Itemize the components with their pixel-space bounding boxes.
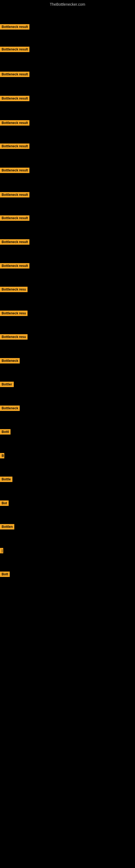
bottleneck-badge-17: Bottleneck — [0, 405, 20, 411]
bottleneck-badge-22: Bottlen — [0, 524, 14, 529]
bottleneck-badge-7: Bottleneck result — [0, 167, 30, 173]
bottleneck-result-item: Bottleneck result — [0, 72, 30, 78]
bottleneck-result-item: Bottleneck result — [0, 144, 30, 150]
bottleneck-badge-3: Bottleneck result — [0, 72, 30, 77]
bottleneck-badge-24: Bott — [0, 571, 10, 577]
bottleneck-result-item: Bottleneck result — [0, 120, 30, 127]
bottleneck-result-item: Bottler — [0, 382, 14, 388]
bottleneck-badge-11: Bottleneck result — [0, 263, 30, 269]
bottleneck-result-item: Bottleneck result — [0, 192, 30, 198]
bottleneck-result-item: B — [0, 453, 4, 460]
bottleneck-result-item: Bottleneck — [0, 405, 20, 412]
bottleneck-result-item: Bottleneck resu — [0, 311, 28, 317]
bottleneck-result-item: Bottleneck — [0, 358, 20, 365]
bottleneck-result-item: Bottleneck resu — [0, 334, 28, 341]
bottleneck-result-item: Bottleneck result — [0, 167, 30, 174]
bottleneck-badge-9: Bottleneck result — [0, 215, 30, 221]
bottleneck-badge-10: Bottleneck result — [0, 239, 30, 245]
bottleneck-badge-12: Bottleneck resu — [0, 287, 28, 292]
bottleneck-result-item: Bott — [0, 571, 10, 578]
bottleneck-badge-19: B — [0, 453, 4, 458]
bottleneck-result-item: Bottl — [0, 429, 10, 436]
bottleneck-result-item: | — [0, 548, 3, 554]
bottleneck-result-item: Bottleneck result — [0, 46, 30, 53]
bottleneck-result-item: Bottleneck result — [0, 96, 30, 102]
bottleneck-badge-16: Bottler — [0, 382, 14, 387]
bottleneck-badge-18: Bottl — [0, 429, 10, 435]
bottleneck-badge-13: Bottleneck resu — [0, 311, 28, 316]
site-title: TheBottlenecker.com — [0, 0, 135, 9]
bottleneck-badge-23: | — [0, 548, 3, 553]
bottleneck-badge-15: Bottleneck — [0, 358, 20, 364]
bottleneck-result-item: Bot — [0, 500, 9, 507]
bottleneck-badge-21: Bot — [0, 500, 9, 506]
bottleneck-result-item: Bottlen — [0, 524, 14, 531]
bottleneck-badge-20: Bottle — [0, 476, 12, 482]
bottleneck-result-item: Bottleneck resu — [0, 287, 28, 293]
bottleneck-badge-2: Bottleneck result — [0, 46, 30, 52]
bottleneck-badge-5: Bottleneck result — [0, 120, 30, 126]
bottleneck-badge-6: Bottleneck result — [0, 144, 30, 149]
bottleneck-result-item: Bottleneck result — [0, 215, 30, 222]
bottleneck-result-item: Bottleneck result — [0, 263, 30, 270]
bottleneck-result-item: Bottle — [0, 476, 12, 483]
bottleneck-badge-8: Bottleneck result — [0, 192, 30, 197]
bottleneck-result-item: Bottleneck result — [0, 24, 30, 31]
bottleneck-badge-14: Bottleneck resu — [0, 334, 28, 340]
bottleneck-badge-4: Bottleneck result — [0, 96, 30, 101]
bottleneck-badge-1: Bottleneck result — [0, 24, 30, 30]
bottleneck-result-item: Bottleneck result — [0, 239, 30, 246]
